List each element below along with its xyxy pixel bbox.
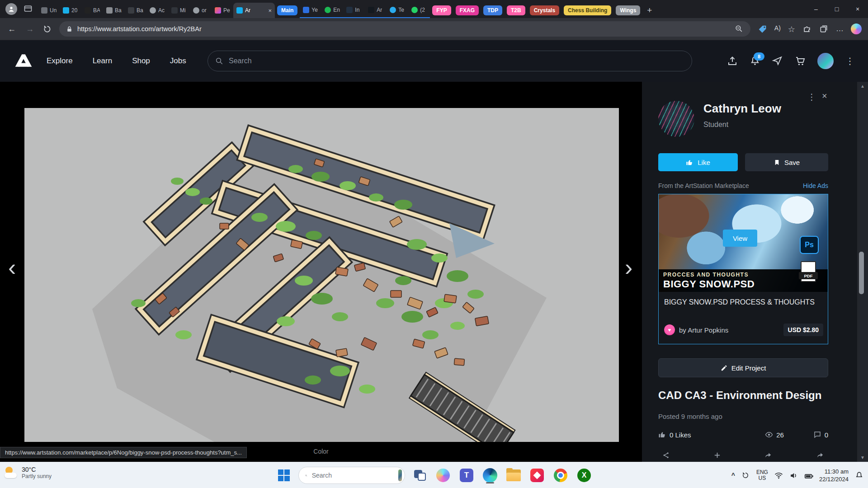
browser-tab[interactable]: Ar — [365, 3, 387, 18]
address-bar[interactable]: https://www.artstation.com/artwork/Ry2BA… — [59, 21, 750, 37]
copilot-app-button[interactable] — [434, 466, 452, 484]
browser-tab[interactable]: Pe — [212, 3, 233, 18]
minimize-button[interactable]: – — [806, 0, 826, 18]
sidebar-more-icon[interactable]: ⋮ — [807, 92, 816, 102]
battery-icon[interactable] — [804, 471, 813, 480]
browser-tab[interactable]: Mi — [168, 3, 190, 18]
wifi-icon[interactable] — [774, 471, 783, 480]
new-tab-button[interactable]: + — [642, 5, 657, 18]
share-button[interactable]: Share — [760, 451, 776, 462]
tab-close-icon[interactable]: × — [268, 7, 272, 14]
cart-icon[interactable] — [795, 56, 806, 66]
nav-shop[interactable]: Shop — [132, 56, 150, 66]
nav-explore[interactable]: Explore — [47, 56, 73, 66]
browser-tab[interactable]: Ac — [146, 3, 168, 18]
task-view-button[interactable] — [410, 466, 429, 484]
nav-jobs[interactable]: Jobs — [170, 56, 186, 66]
carousel-prev-icon[interactable]: ‹ — [8, 256, 16, 279]
xbox-button[interactable]: X — [575, 466, 593, 484]
edit-project-button[interactable]: Edit Project — [658, 358, 828, 377]
copilot-icon[interactable] — [851, 23, 862, 34]
ad-product-title[interactable]: BIGGY SNOW.PSD PROCESS & THOUGHTS — [664, 296, 822, 308]
browser-tab[interactable]: Uni — [38, 3, 60, 18]
back-button[interactable]: ← — [6, 24, 17, 34]
browser-profile-avatar[interactable] — [5, 3, 17, 15]
tab-group-tdp[interactable]: TDP — [483, 5, 502, 15]
browser-tab[interactable]: Ye — [300, 3, 321, 18]
tab-group-main[interactable]: Main — [277, 5, 297, 15]
scroll-down-icon[interactable]: ▼ — [857, 455, 868, 460]
browser-tab[interactable]: BA — [81, 3, 103, 18]
close-button[interactable]: × — [847, 0, 868, 18]
artstation-logo[interactable] — [14, 51, 33, 71]
maximize-button[interactable]: □ — [826, 0, 847, 18]
tray-sync-icon[interactable] — [741, 471, 750, 480]
browser-tab[interactable]: En — [321, 3, 343, 18]
file-explorer-button[interactable] — [505, 466, 523, 484]
browser-tab-active[interactable]: Ar× — [233, 3, 275, 18]
workspaces-icon[interactable] — [24, 5, 33, 14]
like-button[interactable]: Like — [658, 153, 738, 171]
save-pin-button[interactable]: Save — [710, 451, 724, 462]
tab-group-fyp[interactable]: FYP — [432, 5, 451, 15]
address-bar-url[interactable]: https://www.artstation.com/artwork/Ry2BA… — [77, 25, 731, 33]
weather-widget[interactable]: 30°C Partly sunny — [5, 466, 52, 479]
share-button[interactable]: Share — [658, 451, 674, 462]
tab-group-wings[interactable]: Wings — [616, 5, 640, 15]
taskbar-search[interactable] — [298, 467, 405, 484]
nav-learn[interactable]: Learn — [93, 56, 112, 66]
chrome-button[interactable] — [552, 466, 570, 484]
red-app-button[interactable] — [528, 466, 546, 484]
read-aloud-icon[interactable]: A) — [774, 24, 781, 34]
artwork-image[interactable] — [24, 108, 619, 442]
search-input[interactable] — [228, 56, 684, 66]
notification-bell-icon[interactable] — [855, 471, 863, 480]
upload-icon[interactable] — [727, 56, 738, 66]
start-button[interactable] — [275, 466, 293, 484]
tab-group-t2b[interactable]: T2B — [507, 5, 525, 15]
ad-author[interactable]: ♥ by Artur Popkins — [664, 324, 728, 335]
language-indicator[interactable]: ENG US — [756, 469, 768, 481]
browser-tab[interactable]: Te — [387, 3, 408, 18]
sidebar-close-icon[interactable]: × — [822, 91, 827, 101]
messages-send-icon[interactable] — [772, 56, 783, 66]
site-info-lock-icon[interactable] — [66, 25, 73, 33]
collections-icon[interactable] — [819, 24, 829, 34]
share-button[interactable]: Share — [812, 451, 828, 462]
extensions-puzzle-icon[interactable] — [802, 24, 812, 34]
zoom-icon[interactable] — [735, 24, 744, 34]
shopping-tag-icon[interactable] — [758, 24, 767, 34]
search-highlight-image[interactable] — [398, 469, 402, 481]
user-avatar[interactable] — [817, 53, 834, 69]
browser-tab[interactable]: 20 — [60, 3, 81, 18]
ad-view-button[interactable]: View — [723, 230, 757, 247]
scroll-up-icon[interactable]: ▲ — [857, 84, 868, 89]
browser-tab[interactable]: (2 — [408, 3, 430, 18]
save-button[interactable]: Save — [745, 153, 828, 171]
refresh-button[interactable] — [42, 24, 52, 34]
tray-overflow-chevron[interactable]: ^ — [731, 472, 735, 479]
tab-group-fxag[interactable]: FXAG — [456, 5, 479, 15]
artstation-search-bar[interactable] — [208, 51, 692, 71]
notifications-bell-icon[interactable]: 8 — [750, 56, 760, 66]
artist-avatar[interactable] — [658, 101, 694, 137]
clock[interactable]: 11:30 am 22/12/2024 — [819, 468, 849, 483]
browser-tab[interactable]: In — [343, 3, 365, 18]
page-scrollbar[interactable]: ▲ ▼ — [857, 82, 868, 462]
teams-button[interactable]: T — [458, 466, 476, 484]
marketplace-ad-card[interactable]: View Ps PDF PROCCES AND THOUGHTS BIGGY S… — [658, 194, 828, 344]
settings-ellipsis-icon[interactable]: … — [836, 24, 844, 34]
tab-group-crystals[interactable]: Crystals — [530, 5, 559, 15]
browser-tab[interactable]: or — [190, 3, 212, 18]
browser-tab[interactable]: Ba — [125, 3, 146, 18]
forward-button[interactable]: → — [24, 24, 35, 34]
scrollbar-thumb[interactable] — [859, 252, 864, 294]
tab-group-chess-building[interactable]: Chess Building — [564, 5, 611, 15]
browser-tab[interactable]: Ba — [103, 3, 125, 18]
artist-name[interactable]: Cathryn Leow — [703, 102, 781, 116]
edge-button[interactable] — [481, 466, 499, 484]
volume-icon[interactable] — [789, 471, 798, 480]
hide-ads-link[interactable]: Hide Ads — [803, 182, 828, 189]
favorites-star-icon[interactable]: ☆ — [788, 24, 795, 34]
taskbar-search-input[interactable] — [311, 471, 395, 479]
